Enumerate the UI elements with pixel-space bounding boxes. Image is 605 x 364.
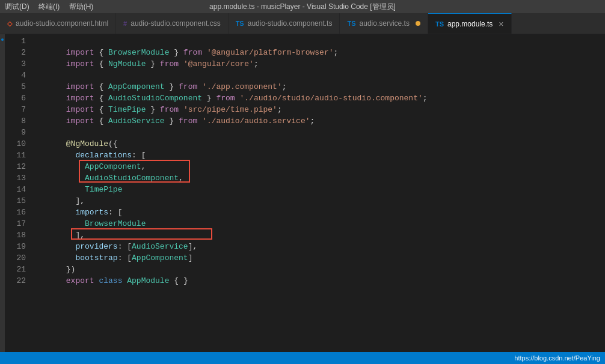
- line-num-4: 4: [5, 70, 26, 81]
- line-num-6: 6: [5, 93, 26, 104]
- tab-bar: ◇ audio-studio.component.html # audio-st…: [0, 13, 605, 34]
- code-line-5: import { AudioStudioComponent } from './…: [38, 81, 605, 93]
- editor: 1 2 3 4 5 6 7 8 9 10 11 12 13 14 15 16 1…: [0, 34, 605, 352]
- status-bar: https://blog.csdn.net/PeaYing: [0, 352, 605, 364]
- code-line-12: AudioStudioComponent,: [38, 161, 605, 172]
- code-line-14: ],: [38, 184, 605, 195]
- tab-css-label: audio-studio.component.css: [131, 19, 220, 28]
- line-numbers: 1 2 3 4 5 6 7 8 9 10 11 12 13 14 15 16 1…: [5, 34, 32, 352]
- line-num-12: 12: [5, 161, 26, 172]
- code-line-16: BrowserModule: [38, 207, 605, 218]
- code-line-7: import { AudioService } from './audio/au…: [38, 104, 605, 115]
- line-num-22: 22: [5, 275, 26, 287]
- code-line-15: imports: [: [38, 195, 605, 207]
- line-num-13: 13: [5, 172, 26, 184]
- line-num-11: 11: [5, 150, 26, 161]
- line-num-18: 18: [5, 229, 26, 241]
- line-num-14: 14: [5, 184, 26, 195]
- code-line-19: bootstrap: [AppComponent]: [38, 241, 605, 252]
- line-num-15: 15: [5, 195, 26, 207]
- code-line-3: [38, 58, 605, 70]
- tab-css[interactable]: # audio-studio.component.css: [116, 13, 229, 34]
- code-line-8: [38, 115, 605, 127]
- code-line-21: export class AppModule { }: [38, 264, 605, 275]
- code-content[interactable]: import { BrowserModule } from '@angular/…: [32, 34, 605, 352]
- code-line-17: ],: [38, 218, 605, 229]
- code-line-11: AppComponent,: [38, 150, 605, 161]
- code-line-9: @NgModule({: [38, 127, 605, 138]
- title-bar: 调试(D) 终端(I) 帮助(H) app.module.ts - musicP…: [0, 0, 605, 13]
- ts1-tab-icon: TS: [236, 20, 244, 27]
- code-line-10: declarations: [: [38, 138, 605, 150]
- code-line-22: [38, 275, 605, 287]
- code-line-2: import { NgModule } from '@angular/core'…: [38, 47, 605, 58]
- code-line-4: import { AppComponent } from './app.comp…: [38, 70, 605, 81]
- left-strip: [0, 34, 5, 352]
- menu-terminal[interactable]: 终端(I): [38, 2, 60, 11]
- line-num-1: 1: [5, 35, 26, 47]
- line-num-9: 9: [5, 127, 26, 138]
- modified-dot: [416, 21, 420, 26]
- line-num-10: 10: [5, 138, 26, 150]
- tab-close-button[interactable]: ×: [499, 20, 503, 28]
- module-tab-icon: TS: [435, 20, 444, 28]
- code-line-6: import { TimePipe } from 'src/pipe/time.…: [38, 93, 605, 104]
- line-num-17: 17: [5, 218, 26, 229]
- line-num-20: 20: [5, 252, 26, 264]
- line-num-19: 19: [5, 241, 26, 252]
- code-line-18: providers: [AudioService],: [38, 229, 605, 241]
- tab-html[interactable]: ◇ audio-studio.component.html: [0, 13, 116, 34]
- tab-service-label: audio.service.ts: [360, 19, 410, 28]
- line-num-3: 3: [5, 58, 26, 70]
- service-tab-icon: TS: [347, 20, 355, 27]
- css-tab-icon: #: [123, 20, 127, 27]
- tab-module-label: app.module.ts: [447, 20, 493, 28]
- tab-ts1[interactable]: TS audio-studio.component.ts: [229, 13, 340, 34]
- tab-ts1-label: audio-studio.component.ts: [248, 19, 333, 28]
- tab-module[interactable]: TS app.module.ts ×: [428, 13, 512, 34]
- line-num-7: 7: [5, 104, 26, 115]
- code-line-1: import { BrowserModule } from '@angular/…: [38, 35, 605, 47]
- status-url: https://blog.csdn.net/PeaYing: [514, 354, 600, 362]
- code-line-13: TimePipe: [38, 172, 605, 184]
- line-num-8: 8: [5, 115, 26, 127]
- line-num-16: 16: [5, 207, 26, 218]
- strip-indicator: [1, 38, 4, 41]
- tab-html-label: audio-studio.component.html: [16, 19, 108, 28]
- line-num-21: 21: [5, 264, 26, 275]
- html-tab-icon: ◇: [7, 20, 12, 28]
- line-num-5: 5: [5, 81, 26, 93]
- menu-debug[interactable]: 调试(D): [5, 2, 29, 11]
- line-num-2: 2: [5, 47, 26, 58]
- menu-help[interactable]: 帮助(H): [69, 2, 94, 11]
- window-title: app.module.ts - musicPlayer - Visual Stu…: [209, 2, 396, 12]
- tab-service[interactable]: TS audio.service.ts: [340, 13, 428, 34]
- code-line-20: }): [38, 252, 605, 264]
